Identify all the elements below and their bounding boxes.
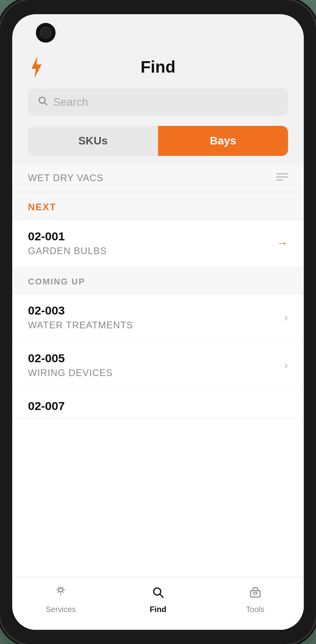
arrow-right-icon: › — [284, 358, 288, 372]
skus-toggle-button[interactable]: SKUs — [28, 126, 158, 156]
coming-up-section-label: COMING UP — [12, 267, 304, 294]
bottom-nav: Services Find — [12, 577, 304, 630]
arrow-right-icon: → — [276, 236, 288, 250]
list-item-partial[interactable]: 02-007 — [12, 389, 304, 419]
search-container: Search — [12, 80, 304, 120]
nav-label-services: Services — [46, 605, 76, 614]
svg-marker-0 — [32, 56, 42, 78]
nav-item-find[interactable]: Find — [110, 585, 207, 614]
item-name: WATER TREATMENTS — [28, 320, 133, 331]
svg-rect-3 — [276, 173, 288, 174]
svg-rect-4 — [276, 176, 288, 178]
find-icon — [151, 585, 165, 603]
nav-label-find: Find — [150, 605, 166, 614]
item-code: 02-007 — [28, 399, 65, 413]
item-code: 02-005 — [28, 352, 113, 365]
nav-item-services[interactable]: Services — [12, 585, 110, 614]
item-name: GARDEN BULBS — [28, 245, 107, 256]
svg-line-2 — [45, 103, 47, 105]
search-bar[interactable]: Search — [28, 88, 288, 116]
list-item-info: 02-003 WATER TREATMENTS — [28, 304, 133, 331]
phone-frame: Find Search SKUs Bays — [0, 0, 316, 644]
list-item[interactable]: 02-003 WATER TREATMENTS › — [12, 294, 304, 341]
list-item[interactable]: 02-005 WIRING DEVICES › — [12, 341, 304, 389]
next-section-label: NEXT — [12, 192, 304, 219]
item-code: 02-003 — [28, 304, 133, 317]
toggle-container: SKUs Bays — [12, 120, 304, 164]
page-title: Find — [141, 58, 176, 77]
list-content: WET DRY VACS NEXT — [12, 164, 304, 577]
camera-lens — [40, 27, 52, 39]
arrow-right-icon: › — [284, 311, 288, 324]
partial-item-text: WET DRY VACS — [28, 172, 104, 183]
search-icon — [37, 95, 48, 109]
phone-screen: Find Search SKUs Bays — [12, 14, 304, 630]
svg-rect-5 — [276, 180, 283, 181]
screen-content: Find Search SKUs Bays — [12, 14, 304, 630]
search-placeholder: Search — [53, 96, 88, 109]
list-item-info: 02-001 GARDEN BULBS — [28, 230, 107, 256]
services-icon — [54, 585, 68, 603]
item-code: 02-001 — [28, 230, 107, 243]
tools-icon — [248, 585, 262, 603]
partial-item-icon — [276, 172, 288, 184]
bolt-logo-icon — [28, 56, 44, 78]
nav-label-tools: Tools — [246, 605, 264, 614]
header: Find — [12, 50, 304, 80]
partial-item[interactable]: WET DRY VACS — [12, 164, 304, 192]
svg-line-8 — [160, 594, 164, 598]
list-item[interactable]: 02-001 GARDEN BULBS → — [12, 219, 304, 267]
nav-item-tools[interactable]: Tools — [206, 585, 304, 614]
camera-notch — [36, 23, 56, 43]
svg-rect-10 — [254, 592, 257, 594]
list-item-info: 02-005 WIRING DEVICES — [28, 352, 113, 378]
item-name: WIRING DEVICES — [28, 367, 113, 378]
list-item-info: 02-007 — [28, 399, 65, 415]
bays-toggle-button[interactable]: Bays — [158, 126, 288, 156]
